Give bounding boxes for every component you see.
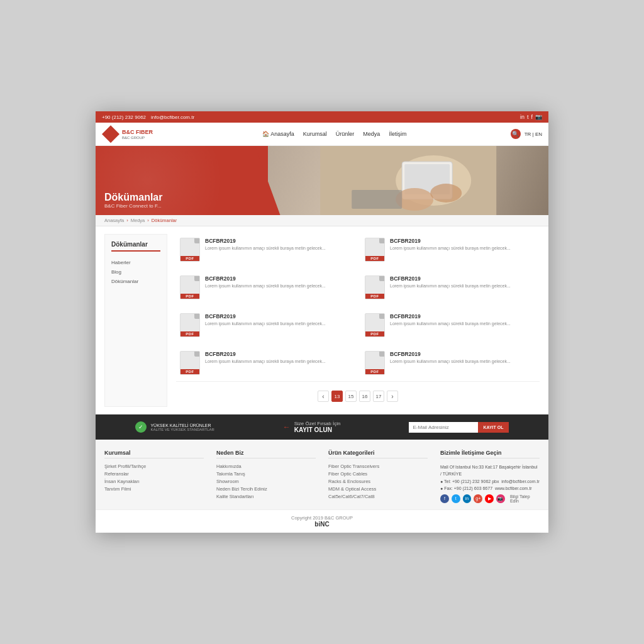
linkedin-social-icon[interactable]: in [463,494,472,503]
doc-item[interactable]: PDF BCFBR2019 Lorem ipsum kullanımın ama… [361,234,540,265]
social-icons: f t in g+ ▶ 📷 Bilgi Talep Edin [440,494,540,503]
linkedin-icon[interactable]: in [520,114,525,120]
email-input[interactable] [409,422,478,433]
doc-title: BCFBR2019 [390,313,536,319]
doc-item[interactable]: PDF BCFBR2019 Lorem ipsum kullanımın ama… [361,272,540,303]
pdf-icon: PDF [365,313,385,337]
doc-info: BCFBR2019 Lorem ipsum kullanımın amaçı s… [390,275,536,289]
googleplus-social-icon[interactable]: g+ [474,494,482,503]
prev-page-button[interactable]: ‹ [318,391,329,402]
page-15-button[interactable]: 15 [345,391,357,402]
footer-link-insan[interactable]: İnsan Kaynakları [104,479,204,484]
doc-desc: Lorem ipsum kullanımın amaçı sürekli bur… [390,358,536,365]
footer-urun-title: Ürün Kategorileri [328,450,428,458]
nav-urunler[interactable]: Ürünler [336,131,355,137]
breadcrumb-home[interactable]: Anasayfa [104,218,124,223]
footer-link-kalite[interactable]: Kalite Standartları [216,494,316,499]
logo-text-block: B&C FIBER B&C GROUP [122,129,153,140]
pagination: ‹ 13 15 16 17 › [176,381,540,407]
hero-red-section: Dökümanlar B&C Fiber Connect to F... [96,146,268,215]
logo-area: B&C FIBER B&C GROUP [102,125,158,143]
svg-rect-6 [352,190,402,209]
footer-links: Kurumsal Şirket Profili/Tarihçe Referans… [96,440,548,509]
youtube-social-icon[interactable]: ▶ [485,494,494,503]
language-selector[interactable]: TR | EN [525,131,542,137]
content-area: Dökümanlar Haberler Blog Dökümanlar PDF … [96,226,548,414]
pdf-icon: PDF [180,275,200,299]
footer-fax: ● Fax: +90 (212) 603 6677 www.bcfiber.co… [440,485,540,492]
pdf-badge: PDF [365,369,384,374]
footer-col-iletisim: Bizimle İletişime Geçin Mall Of Istanbul… [440,450,540,503]
social-links[interactable]: in t f 📷 [520,114,542,120]
doc-desc: Lorem ipsum kullanımın amaçı sürekli bur… [205,283,351,289]
quality-text-block: YÜKSEK KALİTELİ ÜRÜNLER KALİTE VE YÜKSEK… [150,423,214,431]
nav-iletisim[interactable]: İletişim [389,131,406,137]
nav-right: 🔍 TR | EN [511,129,542,139]
sidebar-item-haberler[interactable]: Haberler [111,258,160,267]
hero-image [268,146,548,215]
copyright-text: Copyright 2019 B&C GROUP [101,515,543,521]
pdf-icon: PDF [365,238,385,262]
footer-link-racks[interactable]: Racks & Enclosures [328,479,428,484]
doc-item[interactable]: PDF BCFBR2019 Lorem ipsum kullanımın ama… [176,234,355,265]
footer-link-sirket[interactable]: Şirket Profili/Tarihçe [104,464,204,469]
facebook-icon[interactable]: f [531,114,533,120]
sidebar-item-dokumanlar[interactable]: Dökümanlar [111,277,160,286]
breadcrumb-medya[interactable]: Medya [131,218,145,223]
doc-desc: Lorem ipsum kullanımın amaçı sürekli bur… [390,321,536,327]
footer-link-mdm[interactable]: MDM & Optical Access [328,486,428,492]
page-17-button[interactable]: 17 [373,391,384,402]
footer-link-neden-tercih[interactable]: Neden Bizi Tercih Ediniz [216,486,316,492]
search-button[interactable]: 🔍 [511,129,521,139]
footer-col-kurumsal: Kurumsal Şirket Profili/Tarihçe Referans… [104,450,204,503]
doc-info: BCFBR2019 Lorem ipsum kullanımın amaçı s… [390,313,536,327]
pdf-badge: PDF [180,369,199,374]
footer-link-showroom[interactable]: Showroom [216,479,316,484]
footer-link-foc[interactable]: Fiber Optic Cables [328,471,428,477]
doc-item[interactable]: PDF BCFBR2019 Lorem ipsum kullanımın ama… [176,309,355,341]
footer-link-tanitim[interactable]: Tanıtım Filmi [104,486,204,492]
doc-title: BCFBR2019 [390,351,536,357]
footer-link-hakkimizda[interactable]: Hakkımızda [216,464,316,469]
doc-info: BCFBR2019 Lorem ipsum kullanımın amaçı s… [205,275,351,289]
page-16-button[interactable]: 16 [359,391,370,402]
footer-col-urun: Ürün Kategorileri Fiber Optic Transceive… [328,450,428,503]
sidebar-item-blog[interactable]: Blog [111,267,160,277]
nav-kurumsal[interactable]: Kurumsal [303,131,327,137]
nav-medya[interactable]: Medya [363,131,380,137]
page-13-button[interactable]: 13 [331,391,343,402]
instagram-social-icon[interactable]: 📷 [496,494,505,503]
signup-arrow-icon: ← [283,423,291,431]
doc-item[interactable]: PDF BCFBR2019 Lorem ipsum kullanımın ama… [361,309,540,341]
instagram-icon[interactable]: 📷 [535,114,542,120]
footer-link-cat[interactable]: Cat5e/Cat6/Cat7/Cat8 [328,494,428,499]
facebook-social-icon[interactable]: f [440,494,449,503]
footer-neden-title: Neden Biz [216,450,316,458]
twitter-icon[interactable]: t [527,114,529,120]
next-page-button[interactable]: › [387,391,398,402]
svg-point-5 [430,184,462,203]
logo-sub: B&C GROUP [122,136,153,140]
pdf-icon: PDF [365,351,385,375]
doc-item[interactable]: PDF BCFBR2019 Lorem ipsum kullanımın ama… [176,347,355,379]
footer-link-fot[interactable]: Fiber Optic Transceivers [328,464,428,469]
doc-info: BCFBR2019 Lorem ipsum kullanımın amaçı s… [205,238,351,252]
footer-link-takim[interactable]: Takımla Tanış [216,471,316,477]
pdf-badge: PDF [365,331,384,336]
hero-banner: Dökümanlar B&C Fiber Connect to F... [96,146,548,215]
doc-item[interactable]: PDF BCFBR2019 Lorem ipsum kullanımın ama… [361,347,540,379]
nav-home[interactable]: 🏠 Anasayfa [262,131,294,137]
footer-link-referanslar[interactable]: Referanslar [104,471,204,477]
pdf-badge: PDF [180,294,199,299]
register-button[interactable]: KAYIT OL [478,422,508,433]
signup-section: ← Size Özel Fırsatı İçin KAYIT OLUN [283,421,341,433]
doc-info: BCFBR2019 Lorem ipsum kullanımın amaçı s… [205,351,351,365]
doc-title: BCFBR2019 [205,275,351,282]
doc-title: BCFBR2019 [205,351,351,357]
twitter-social-icon[interactable]: t [452,494,460,503]
doc-info: BCFBR2019 Lorem ipsum kullanımın amaçı s… [205,313,351,327]
doc-info: BCFBR2019 Lorem ipsum kullanımın amaçı s… [390,238,536,252]
pdf-icon: PDF [180,313,200,337]
doc-item[interactable]: PDF BCFBR2019 Lorem ipsum kullanımın ama… [176,272,355,303]
browser-window: +90 (212) 232 9062 info@bcfiber.com.tr i… [96,111,548,533]
